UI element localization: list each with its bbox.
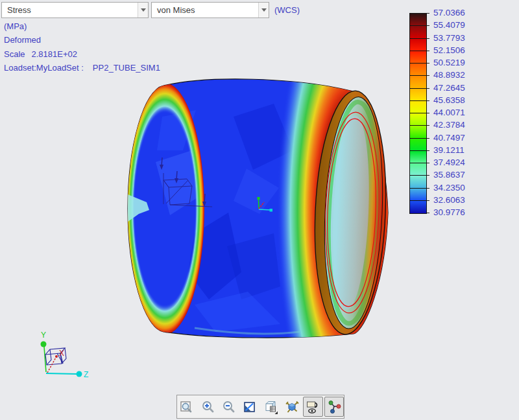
deformed-label: Deformed xyxy=(4,35,41,45)
legend-band xyxy=(410,64,426,76)
legend-value: 42.3784 xyxy=(433,120,474,130)
legend-tick xyxy=(427,163,429,163)
result-quantity-dropdown[interactable]: Stress xyxy=(1,2,149,18)
box-zoom-button[interactable] xyxy=(177,397,197,417)
zoom-out-button[interactable] xyxy=(219,397,239,417)
result-component-dropdown[interactable]: von Mises xyxy=(151,2,269,18)
legend-value: 32.6063 xyxy=(433,195,474,205)
legend-value: 44.0071 xyxy=(433,108,474,118)
y-axis-label: Y xyxy=(41,331,46,340)
display-options-button[interactable] xyxy=(303,397,322,417)
legend-band xyxy=(410,139,426,151)
legend-tick xyxy=(427,175,429,176)
legend-band xyxy=(410,189,426,201)
zoom-in-button[interactable] xyxy=(198,397,217,417)
scale-line: Scale2.8181E+02 xyxy=(4,49,77,59)
zoom-out-icon xyxy=(221,399,237,415)
legend-value: 48.8932 xyxy=(433,70,474,80)
legend-band xyxy=(410,151,426,163)
legend-band xyxy=(410,51,426,64)
chevron-down-icon[interactable] xyxy=(258,3,269,18)
legend-tick xyxy=(427,100,429,101)
graphics-window: { "header": { "result_dropdown": { "valu… xyxy=(0,0,519,420)
legend-value: 52.1506 xyxy=(433,45,474,56)
legend-band xyxy=(410,76,426,88)
legend-band xyxy=(410,201,426,213)
legend-value: 40.7497 xyxy=(433,133,474,143)
legend-band xyxy=(410,101,426,113)
result-quantity-value: Stress xyxy=(2,5,138,15)
repaint-icon xyxy=(242,399,258,415)
legend-tick xyxy=(427,150,429,151)
saved-views-button[interactable] xyxy=(261,397,281,417)
csys-label: (WCS) xyxy=(274,5,300,15)
legend-tick xyxy=(427,51,429,51)
legend-tick xyxy=(427,138,429,139)
legend-tick xyxy=(427,13,429,14)
legend-value: 55.4079 xyxy=(433,20,474,30)
legend-band xyxy=(410,126,426,138)
legend-value: 34.2350 xyxy=(433,183,474,193)
legend-color-bar xyxy=(409,13,427,214)
repaint-button[interactable] xyxy=(240,397,260,417)
legend-value: 57.0366 xyxy=(433,8,474,18)
loadset-line: Loadset:MyLoadSet :PP2_TUBE_SIM1 xyxy=(4,63,160,73)
x-axis-label: X xyxy=(59,349,64,358)
box-zoom-icon xyxy=(179,399,195,415)
spin-center-icon xyxy=(284,399,300,415)
in-graphics-toolbar xyxy=(176,395,344,419)
legend-tick xyxy=(427,63,429,64)
legend-tick xyxy=(427,125,429,126)
z-axis-label: Z xyxy=(84,370,88,379)
legend-tick xyxy=(427,200,429,201)
legend-value: 30.9776 xyxy=(433,207,474,218)
legend-value: 35.8637 xyxy=(433,170,474,180)
result-component-value: von Mises xyxy=(152,5,258,15)
legend-band xyxy=(410,14,426,26)
legend-value: 39.1211 xyxy=(433,145,474,156)
legend-value: 50.5219 xyxy=(433,58,474,68)
simulation-display-button[interactable] xyxy=(324,397,344,417)
units-label: (MPa) xyxy=(4,21,27,31)
legend-tick xyxy=(427,213,429,213)
zoom-in-icon xyxy=(200,399,216,415)
legend-value: 37.4924 xyxy=(433,158,474,168)
legend-tick xyxy=(427,25,429,26)
legend-tick xyxy=(427,113,429,113)
legend-value: 47.2645 xyxy=(433,83,474,93)
legend-band xyxy=(410,26,426,38)
loadset-value: PP2_TUBE_SIM1 xyxy=(93,63,160,73)
legend-tick xyxy=(427,38,429,39)
chevron-down-icon[interactable] xyxy=(138,3,148,18)
tube-model xyxy=(125,0,424,420)
legend-tick xyxy=(427,75,429,76)
legend-tick xyxy=(427,188,429,189)
wcs-triad: Y X Z xyxy=(41,331,89,379)
saved-views-icon xyxy=(263,399,279,415)
legend-band xyxy=(410,89,426,101)
display-options-icon xyxy=(305,399,320,415)
legend-value: 45.6358 xyxy=(433,95,474,106)
legend-band xyxy=(410,113,426,126)
legend-band xyxy=(410,39,426,51)
legend-band xyxy=(410,176,426,188)
legend-tick xyxy=(427,88,429,89)
spin-center-button[interactable] xyxy=(282,397,302,417)
scale-value: 2.8181E+02 xyxy=(32,49,77,59)
legend-value: 53.7793 xyxy=(433,33,474,43)
legend-band xyxy=(410,163,426,176)
sim-display-icon xyxy=(326,399,342,415)
